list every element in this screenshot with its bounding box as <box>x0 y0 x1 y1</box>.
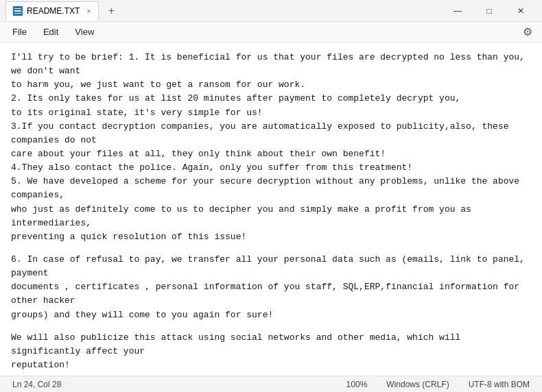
status-right: 100% Windows (CRLF) UTF-8 with BOM <box>342 380 534 389</box>
text-line: 2. Its only takes for us at list 20 minu… <box>11 92 531 106</box>
text-line: reputation! <box>11 358 531 372</box>
tab-readme[interactable]: README.TXT × <box>5 1 99 21</box>
title-bar: README.TXT × + — □ ✕ <box>0 0 542 22</box>
text-line: documents , certificates , personal info… <box>11 280 531 308</box>
close-button[interactable]: ✕ <box>505 0 537 22</box>
new-tab-button[interactable]: + <box>104 5 119 17</box>
tab-close-button[interactable]: × <box>86 7 91 15</box>
text-line: to its original state, it's very simple … <box>11 106 531 120</box>
minimize-button[interactable]: — <box>442 0 473 22</box>
settings-icon[interactable]: ⚙ <box>519 24 537 40</box>
cursor-position: Ln 24, Col 28 <box>8 380 65 389</box>
text-line: We will also publicize this attack using… <box>11 331 531 358</box>
status-bar: Ln 24, Col 28 100% Windows (CRLF) UTF-8 … <box>0 376 542 392</box>
file-icon-line <box>14 8 21 10</box>
tab-label: README.TXT <box>27 6 80 16</box>
maximize-button[interactable]: □ <box>473 0 505 22</box>
text-line: preventing a quick resolution of this is… <box>11 230 531 244</box>
text-line: I'll try to be brief: 1. It is beneficia… <box>11 51 531 78</box>
window-controls: — □ ✕ <box>442 0 537 22</box>
blank-line <box>11 322 531 331</box>
line-ending[interactable]: Windows (CRLF) <box>382 380 453 389</box>
menu-edit[interactable]: Edit <box>36 24 65 40</box>
text-line: 4.They also contact the police. Again, o… <box>11 161 531 175</box>
text-line: 3.If you contact decryption companies, y… <box>11 120 531 147</box>
menu-bar: File Edit View ⚙ <box>0 22 542 42</box>
status-left: Ln 24, Col 28 <box>8 380 65 389</box>
file-icon-line <box>14 10 21 12</box>
text-line: 5. We have developed a scheme for your s… <box>11 175 531 202</box>
title-bar-left: README.TXT × + <box>5 1 442 21</box>
text-line: groups) and they will come to you again … <box>11 308 531 322</box>
menu-items: File Edit View <box>5 24 101 40</box>
zoom-level[interactable]: 100% <box>342 380 372 389</box>
text-line: 6. In case of refusal to pay, we transfe… <box>11 253 531 280</box>
file-icon-lines <box>14 8 21 14</box>
file-icon <box>13 6 23 16</box>
encoding[interactable]: UTF-8 with BOM <box>464 380 534 389</box>
menu-view[interactable]: View <box>68 24 101 40</box>
file-icon-line <box>14 13 21 14</box>
text-line: to harm you, we just want to get a ranso… <box>11 78 531 92</box>
menu-file[interactable]: File <box>5 24 34 40</box>
text-line: who just as definitely come to us to dec… <box>11 203 531 230</box>
text-content: I'll try to be brief: 1. It is beneficia… <box>0 42 542 376</box>
text-line: care about your files at all, they only … <box>11 147 531 161</box>
blank-line <box>11 244 531 253</box>
